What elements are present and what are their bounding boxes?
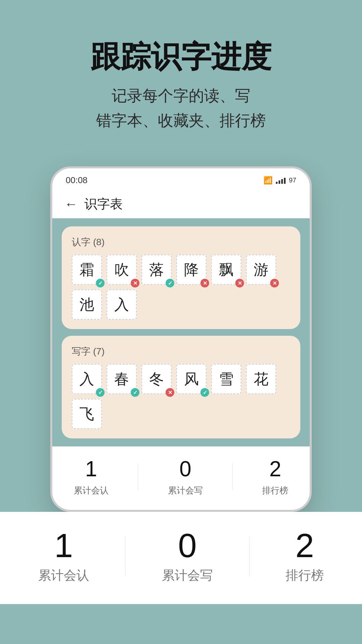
- char-cell-入w[interactable]: 入 ✓: [72, 364, 102, 394]
- stat-write-number: 0: [179, 457, 191, 481]
- char-cell-雪[interactable]: 雪: [211, 364, 241, 394]
- char-text: 入: [79, 369, 94, 389]
- phone-stats-bar: 1 累计会认 0 累计会写 2 排行榜: [52, 446, 310, 510]
- write-chars-grid: 入 ✓ 春 ✓ 冬 ✕ 风 ✓ 雪 花: [72, 364, 290, 429]
- status-icons: 📶 97: [263, 176, 296, 185]
- outer-stat-recognize-number: 1: [54, 529, 73, 562]
- sub-title-line2: 错字本、收藏夹、排行榜: [96, 112, 266, 129]
- stat-recognize: 1 累计会认: [74, 457, 109, 496]
- stat-write: 0 累计会写: [168, 457, 203, 496]
- badge-check: ✓: [131, 388, 139, 397]
- stat-divider-1: [138, 463, 138, 490]
- main-title: 跟踪识字进度: [90, 40, 272, 73]
- char-cell-冬[interactable]: 冬 ✕: [141, 364, 172, 394]
- stat-rank-number: 2: [269, 457, 281, 481]
- char-text: 霜: [79, 260, 94, 280]
- char-text: 飘: [219, 260, 234, 280]
- char-cell-吹[interactable]: 吹 ✕: [107, 255, 137, 285]
- stat-rank: 2 排行榜: [262, 457, 288, 496]
- char-text: 池: [79, 295, 94, 315]
- write-card: 写字 (7) 入 ✓ 春 ✓ 冬 ✕ 风 ✓: [62, 336, 300, 438]
- char-cell-降[interactable]: 降 ✕: [176, 255, 206, 285]
- top-section: 跟踪识字进度 记录每个字的读、写 错字本、收藏夹、排行榜: [0, 0, 362, 153]
- char-text: 降: [184, 260, 199, 280]
- char-text: 春: [114, 369, 129, 389]
- stat-divider-2: [232, 463, 233, 490]
- outer-divider-1: [125, 536, 126, 577]
- char-cell-落[interactable]: 落 ✓: [141, 255, 172, 285]
- char-text: 飞: [79, 404, 94, 424]
- char-text: 入: [114, 295, 129, 315]
- char-text: 雪: [219, 369, 234, 389]
- char-cell-飘[interactable]: 飘 ✕: [211, 255, 241, 285]
- outer-stat-rank: 2 排行榜: [286, 529, 324, 584]
- char-text: 吹: [114, 260, 129, 280]
- outer-stat-write-label: 累计会写: [162, 567, 213, 584]
- char-text: 落: [149, 260, 164, 280]
- recognize-card-title: 认字 (8): [72, 236, 290, 249]
- outer-stat-rank-number: 2: [295, 529, 314, 562]
- recognize-chars-grid: 霜 ✓ 吹 ✕ 落 ✓ 降 ✕ 飘 ✕: [72, 255, 290, 320]
- signal-icon: [276, 177, 286, 184]
- wifi-icon: 📶: [263, 176, 273, 185]
- char-text: 冬: [149, 369, 164, 389]
- badge-cross: ✕: [131, 279, 139, 287]
- outer-divider-2: [249, 536, 250, 577]
- battery-percent: 97: [289, 176, 296, 184]
- outer-stats-bar: 1 累计会认 0 累计会写 2 排行榜: [0, 512, 362, 604]
- badge-check: ✓: [96, 279, 105, 287]
- char-cell-游[interactable]: 游 ✕: [246, 255, 276, 285]
- badge-cross: ✕: [235, 279, 244, 287]
- sub-title-line1: 记录每个字的读、写: [112, 87, 250, 104]
- outer-stat-write: 0 累计会写: [162, 529, 213, 584]
- badge-check: ✓: [96, 388, 105, 397]
- stat-write-label: 累计会写: [168, 485, 203, 496]
- write-card-title: 写字 (7): [72, 345, 290, 358]
- char-cell-池[interactable]: 池: [72, 289, 102, 320]
- sub-title: 记录每个字的读、写 错字本、收藏夹、排行榜: [96, 84, 266, 133]
- badge-check: ✓: [166, 279, 174, 287]
- status-bar: 00:08 📶 97: [52, 168, 310, 189]
- char-text: 游: [254, 260, 268, 280]
- stat-recognize-number: 1: [85, 457, 97, 481]
- badge-check: ✓: [200, 388, 209, 397]
- phone-content: 认字 (8) 霜 ✓ 吹 ✕ 落 ✓ 降 ✕: [52, 218, 310, 446]
- outer-stat-recognize-label: 累计会认: [38, 567, 89, 584]
- phone-mockup: 00:08 📶 97 ← 识字表 认字 (8) 霜: [50, 166, 312, 512]
- char-text: 风: [184, 369, 199, 389]
- char-cell-风[interactable]: 风 ✓: [176, 364, 206, 394]
- badge-cross: ✕: [166, 388, 174, 397]
- char-cell-飞[interactable]: 飞: [72, 399, 102, 429]
- outer-stat-rank-label: 排行榜: [286, 567, 324, 584]
- badge-cross: ✕: [200, 279, 209, 287]
- char-cell-春[interactable]: 春 ✓: [107, 364, 137, 394]
- char-cell-花[interactable]: 花: [246, 364, 276, 394]
- char-cell-霜[interactable]: 霜 ✓: [72, 255, 102, 285]
- recognize-card: 认字 (8) 霜 ✓ 吹 ✕ 落 ✓ 降 ✕: [62, 226, 300, 329]
- stat-recognize-label: 累计会认: [74, 485, 109, 496]
- status-time: 00:08: [66, 175, 87, 185]
- char-text: 花: [254, 369, 268, 389]
- outer-stat-recognize: 1 累计会认: [38, 529, 89, 584]
- nav-title: 识字表: [84, 196, 123, 213]
- outer-stat-write-number: 0: [178, 529, 197, 562]
- back-button[interactable]: ←: [64, 197, 78, 212]
- nav-bar: ← 识字表: [52, 189, 310, 218]
- stat-rank-label: 排行榜: [262, 485, 288, 496]
- char-cell-入[interactable]: 入: [107, 289, 137, 320]
- badge-cross: ✕: [270, 279, 279, 287]
